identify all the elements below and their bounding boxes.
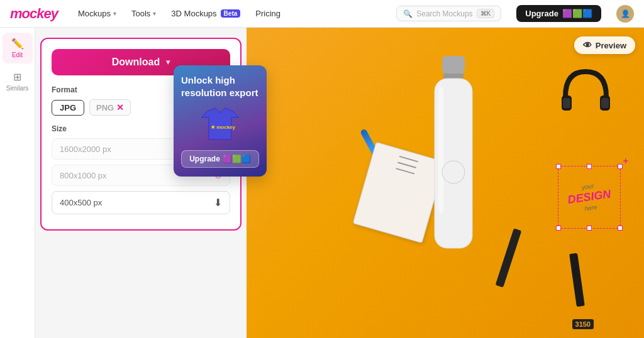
nav-3d-mockups[interactable]: 3D Mockups Beta (171, 9, 240, 18)
chevron-down-icon: ▾ (166, 58, 170, 67)
avatar[interactable]: 👤 (616, 5, 634, 23)
handle-br[interactable] (618, 226, 623, 231)
handle-bl[interactable] (556, 226, 561, 231)
chevron-down-icon: ▾ (113, 10, 116, 17)
canvas-area: 👁 Preview (247, 28, 644, 338)
marker-item-1 (496, 228, 522, 287)
svg-rect-7 (443, 74, 464, 79)
design-placeholder: your DESIGN here (566, 180, 613, 215)
canvas-background: 👁 Preview (247, 28, 644, 338)
plus-icon: + (623, 156, 628, 166)
nav-pricing[interactable]: Pricing (255, 9, 280, 18)
size-row-small[interactable]: 400x500 px ⬇ (52, 191, 230, 214)
navbar: mockey Mockups ▾ Tools ▾ 3D Mockups Beta… (0, 0, 644, 28)
sidebar-item-similars[interactable]: ⊞ Similars (3, 66, 33, 97)
preview-badge[interactable]: 👁 Preview (574, 36, 635, 54)
upgrade-emojis: 🟪🟩🟦 (562, 9, 592, 18)
marker-item-2 (569, 253, 585, 307)
handle-tr[interactable] (618, 164, 623, 169)
handle-bm[interactable] (587, 226, 592, 231)
svg-text:★ mockey: ★ mockey (211, 124, 236, 130)
beta-badge: Beta (221, 9, 241, 18)
selection-container: + your DESIGN here (558, 166, 621, 229)
upgrade-emojis: 🟪🟩🟦 (223, 155, 251, 163)
svg-rect-9 (438, 87, 443, 213)
upgrade-card-image: ★ mockey (181, 105, 259, 145)
search-icon: 🔍 (403, 9, 413, 18)
format-png-button[interactable]: PNG ✕ (89, 99, 131, 116)
upgrade-card: Unlock high resolution export ★ mockey U… (174, 65, 267, 177)
upgrade-card-button[interactable]: Upgrade 🟪🟩🟦 (181, 150, 259, 168)
svg-rect-4 (563, 98, 570, 108)
search-bar[interactable]: 🔍 Search Mockups ⌘K (396, 6, 501, 21)
sidebar: ✏️ Edit ⊞ Similars (0, 28, 35, 338)
chevron-down-icon: ▾ (153, 10, 156, 17)
headphones-item (559, 65, 613, 122)
handle-tm[interactable] (587, 164, 592, 169)
search-shortcut: ⌘K (477, 9, 495, 18)
logo: mockey (10, 6, 58, 22)
similars-icon: ⊞ (13, 71, 21, 83)
upgrade-card-title: Unlock high resolution export (181, 74, 259, 99)
handle-tl[interactable] (556, 164, 561, 169)
nav-mockups[interactable]: Mockups ▾ (78, 9, 116, 18)
main-layout: ✏️ Edit ⊞ Similars Download ▾ Format JPG… (0, 28, 644, 338)
format-jpg-button[interactable]: JPG (52, 100, 84, 116)
marker-number: 3150 (572, 319, 594, 329)
edit-icon: ✏️ (11, 38, 24, 50)
bottle-item (416, 56, 491, 272)
lock-icon: ✕ (116, 102, 124, 112)
upgrade-button[interactable]: Upgrade 🟪🟩🟦 (516, 5, 601, 22)
svg-marker-0 (201, 108, 239, 139)
svg-rect-6 (442, 56, 465, 74)
sidebar-item-edit[interactable]: ✏️ Edit (3, 33, 33, 63)
svg-rect-5 (601, 98, 609, 108)
download-size-icon[interactable]: ⬇ (214, 197, 222, 209)
nav-tools[interactable]: Tools ▾ (131, 9, 156, 18)
eye-icon: 👁 (583, 40, 592, 50)
